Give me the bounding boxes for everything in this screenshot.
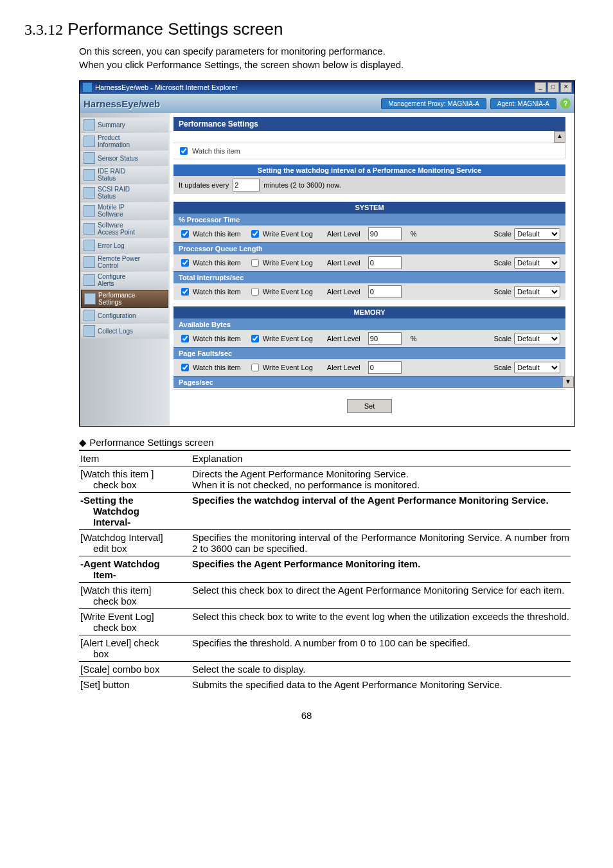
table-item-cell: [Write Event Log]check box xyxy=(79,609,191,635)
watch-checkbox[interactable] xyxy=(181,259,189,267)
sidebar-item-label: Mobile IPSoftware xyxy=(98,204,125,218)
watchdog-setting-band: Setting the watchdog interval of a Perfo… xyxy=(173,164,565,176)
sidebar-item-label: SoftwareAccess Point xyxy=(98,222,135,236)
percent-label: % xyxy=(411,335,417,342)
sidebar-item-0[interactable]: Summary xyxy=(81,118,168,132)
sidebar-item-label: PerformanceSettings xyxy=(98,292,135,306)
scale-select[interactable]: Default xyxy=(514,228,560,240)
sidebar-icon xyxy=(84,119,95,130)
watch-checkbox[interactable] xyxy=(181,230,189,238)
sidebar-item-label: Configuration xyxy=(98,312,136,319)
scale-select[interactable]: Default xyxy=(514,286,560,297)
table-item-cell: [Watchdog Interval]edit box xyxy=(79,530,191,556)
scale-select[interactable]: Default xyxy=(514,362,560,373)
table-item-cell: -Setting theWatchdogInterval- xyxy=(79,493,191,530)
table-exp-cell: Specifies the watchdog interval of the A… xyxy=(191,493,571,530)
sidebar-item-label: Summary xyxy=(98,121,125,128)
sidebar-item-3[interactable]: IDE RAIDStatus xyxy=(81,166,168,184)
write-checkbox[interactable] xyxy=(251,230,259,238)
percent-label: % xyxy=(411,230,417,238)
table-exp-cell: Specifies the monitoring interval of the… xyxy=(191,530,571,556)
interval-input[interactable] xyxy=(233,179,260,191)
scale-label: Scale xyxy=(493,230,511,238)
master-watch-row: Watch this item xyxy=(173,143,565,159)
scale-label: Scale xyxy=(493,364,511,371)
ie-icon xyxy=(82,82,93,93)
close-button[interactable]: ✕ xyxy=(560,82,572,93)
alert-input[interactable] xyxy=(368,285,402,298)
sidebar-item-label: SCSI RAIDStatus xyxy=(98,186,130,200)
alert-label: Alert Level xyxy=(327,288,360,296)
intro-line-2: When you click Performance Settings, the… xyxy=(79,58,589,71)
sidebar-item-10[interactable]: PerformanceSettings xyxy=(81,290,168,308)
alert-input[interactable] xyxy=(368,361,402,374)
sidebar-icon xyxy=(84,310,95,321)
table-exp-cell: Directs the Agent Performance Monitoring… xyxy=(191,466,571,493)
interval-suffix: minutes (2 to 3600) now. xyxy=(263,181,341,189)
alert-input[interactable] xyxy=(368,332,402,345)
section-label: Page Faults/sec xyxy=(173,347,565,359)
watch-checkbox[interactable] xyxy=(181,364,189,371)
write-label: Write Event Log xyxy=(263,230,313,238)
table-row: [Write Event Log]check boxSelect this ch… xyxy=(79,609,571,635)
maximize-button[interactable]: □ xyxy=(547,82,559,93)
alert-label: Alert Level xyxy=(327,230,360,238)
watch-checkbox[interactable] xyxy=(181,288,189,296)
sidebar-item-label: Error Log xyxy=(98,242,125,249)
watch-label: Watch this item xyxy=(193,259,241,267)
alert-label: Alert Level xyxy=(327,364,360,371)
minimize-button[interactable]: _ xyxy=(535,82,546,93)
alert-label: Alert Level xyxy=(327,259,360,267)
scale-label: Scale xyxy=(493,288,511,296)
watch-checkbox[interactable] xyxy=(181,335,189,342)
scale-label: Scale xyxy=(493,335,511,342)
table-exp-cell: Select the scale to display. xyxy=(191,662,571,677)
sidebar-item-11[interactable]: Configuration xyxy=(81,308,168,323)
sidebar-item-1[interactable]: ProductInformation xyxy=(81,133,168,150)
set-button[interactable]: Set xyxy=(347,399,392,413)
sidebar-item-8[interactable]: Remote PowerControl xyxy=(81,254,168,271)
sidebar-item-9[interactable]: ConfigureAlerts xyxy=(81,272,168,289)
page-number: 68 xyxy=(24,710,589,721)
table-item-cell: [Set] button xyxy=(79,677,191,693)
sidebar-item-4[interactable]: SCSI RAIDStatus xyxy=(81,184,168,202)
scroll-down-icon[interactable]: ▼ xyxy=(562,376,574,388)
sidebar-item-6[interactable]: SoftwareAccess Point xyxy=(81,220,168,238)
section-label: Total interrupts/sec xyxy=(173,271,565,283)
scroll-up-icon[interactable]: ▲ xyxy=(554,131,565,143)
watch-label: Watch this item xyxy=(193,288,241,296)
write-checkbox[interactable] xyxy=(251,335,259,342)
table-item-cell: [Watch this item]check box xyxy=(79,583,191,609)
sidebar-item-2[interactable]: Sensor Status xyxy=(81,151,168,166)
table-caption: ◆ Performance Settings screen xyxy=(79,437,589,448)
write-label: Write Event Log xyxy=(263,335,313,342)
sidebar-item-label: ProductInformation xyxy=(98,134,130,148)
write-checkbox[interactable] xyxy=(251,259,259,267)
interval-prefix: It updates every xyxy=(179,181,229,189)
agent-tag: Agent: MAGNIA-A xyxy=(490,98,556,109)
help-icon[interactable]: ? xyxy=(560,98,571,109)
alert-input[interactable] xyxy=(368,227,402,240)
sidebar-item-12[interactable]: Collect Logs xyxy=(81,324,168,339)
section-number: 3.3.12 xyxy=(24,21,63,38)
table-item-cell: [Watch this item ]check box xyxy=(79,466,191,493)
sidebar-icon xyxy=(84,169,95,181)
table-item-cell: [Alert Level] checkbox xyxy=(79,635,191,662)
system-band: SYSTEM xyxy=(173,202,565,213)
sidebar-item-5[interactable]: Mobile IPSoftware xyxy=(81,202,168,220)
scale-select[interactable]: Default xyxy=(514,333,560,344)
write-checkbox[interactable] xyxy=(251,364,259,371)
table-row: [Watchdog Interval]edit boxSpecifies the… xyxy=(79,530,571,556)
section-row: Watch this itemWrite Event LogAlert Leve… xyxy=(173,254,565,271)
sidebar-item-label: Collect Logs xyxy=(98,328,133,335)
table-item-cell: [Scale] combo box xyxy=(79,662,191,677)
master-watch-checkbox[interactable] xyxy=(180,147,188,155)
sidebar-item-7[interactable]: Error Log xyxy=(81,238,168,253)
write-checkbox[interactable] xyxy=(251,288,259,296)
watch-label: Watch this item xyxy=(193,335,241,342)
scale-label: Scale xyxy=(493,259,511,267)
alert-input[interactable] xyxy=(368,256,402,269)
brand-logo: HarnessEye/web xyxy=(84,98,160,109)
sidebar-icon xyxy=(84,136,95,147)
scale-select[interactable]: Default xyxy=(514,257,560,269)
